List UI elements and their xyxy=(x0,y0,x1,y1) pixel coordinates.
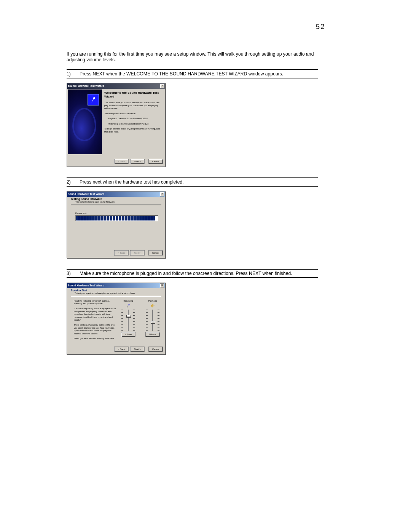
wizard-welcome-recording: Recording: Creative Sound Blaster PCI128 xyxy=(108,123,163,126)
wizard-welcome-titlebar: sound Hardware Test Wizard × xyxy=(67,83,165,89)
cancel-button[interactable]: Cancel xyxy=(148,347,163,352)
next-button[interactable]: Next > xyxy=(130,159,145,164)
progress-segment xyxy=(137,216,140,220)
wizard-welcome-p1: This wizard tests your sound hardware to… xyxy=(104,101,163,110)
close-button[interactable]: × xyxy=(160,283,164,288)
step-3-text: Make sure the microphone is plugged in a… xyxy=(80,271,318,276)
wizard-progress-titlebar: Sound Hardware Test Wizard × xyxy=(67,192,165,197)
play-ticks-left xyxy=(146,310,148,331)
page-number: 52 xyxy=(316,23,325,31)
back-button[interactable]: < Back xyxy=(114,159,129,164)
progress-segment xyxy=(88,216,91,220)
step-3-row: 3) Make sure the microphone is plugged i… xyxy=(67,269,318,278)
playback-volume-button[interactable]: Volume xyxy=(145,332,160,337)
close-button[interactable]: × xyxy=(160,192,164,197)
progress-segment xyxy=(113,216,115,220)
please-wait-label: Please wait... xyxy=(75,212,158,214)
progress-segment xyxy=(76,216,79,220)
progress-segment xyxy=(82,216,85,220)
speaker-icon xyxy=(150,303,155,308)
progress-segment xyxy=(149,216,152,220)
wizard-speaker-sub: To test your speakers or headphones, spe… xyxy=(75,292,161,294)
recording-label: Recording xyxy=(123,300,133,302)
rec-ticks-right xyxy=(133,310,135,331)
wizard-progress-sub: The wizard is testing your sound hardwar… xyxy=(75,201,161,203)
step-2-number: 2) xyxy=(67,179,80,185)
progress-segment xyxy=(152,216,155,220)
separator xyxy=(71,296,161,297)
intro-text: If you are running this for the first ti… xyxy=(67,51,318,63)
progress-segment xyxy=(119,216,121,220)
recording-meter: Recording xyxy=(120,300,136,343)
progress-segment xyxy=(97,216,100,220)
svg-rect-1 xyxy=(92,99,94,101)
speaker-p1: Read the following paragraph out loud, s… xyxy=(74,300,116,305)
wizard-speaker-dialog: Sound Hardware Test Wizard × Speaker Tes… xyxy=(67,283,166,355)
progress-segment xyxy=(110,216,112,220)
progress-segment xyxy=(79,216,82,220)
step-2-row: 2) Press next when the hardware test has… xyxy=(67,177,318,187)
progress-segment xyxy=(116,216,118,220)
wizard-speaker-title-text: Sound Hardware Test Wizard xyxy=(68,284,104,287)
rec-ticks-left xyxy=(121,310,123,331)
progress-segment xyxy=(146,216,149,220)
separator xyxy=(71,204,161,205)
playback-slider-thumb[interactable] xyxy=(151,321,155,324)
back-button[interactable]: < Back xyxy=(114,347,129,352)
step-3-number: 3) xyxy=(67,271,80,276)
progress-segment xyxy=(94,216,97,220)
recording-slider[interactable] xyxy=(128,310,129,331)
wizard-progress-heading: Testing Sound Hardware xyxy=(71,198,161,200)
recording-volume-button[interactable]: Volume xyxy=(121,332,135,337)
progress-segment xyxy=(134,216,137,220)
wizard-speaker-instructions: Read the following paragraph out loud, s… xyxy=(74,300,116,343)
progress-segment xyxy=(131,216,134,220)
progress-segment xyxy=(122,216,124,220)
playback-meter: Playback xyxy=(145,300,161,343)
top-rule xyxy=(46,33,325,33)
microphone-icon xyxy=(88,94,99,105)
next-button[interactable]: Next > xyxy=(130,347,145,352)
svg-rect-3 xyxy=(127,305,129,307)
play-ticks-right xyxy=(158,310,159,331)
playback-slider[interactable] xyxy=(152,310,153,331)
speaker-p2: There will be a short delay between the … xyxy=(74,324,116,335)
step-1-row: 1) Press NEXT when the WELCOME TO THE SO… xyxy=(67,69,318,78)
cancel-button[interactable]: Cancel xyxy=(148,250,163,256)
progress-segment xyxy=(104,216,106,220)
close-button[interactable]: × xyxy=(160,84,164,88)
wizard-speaker-heading: Speaker Test xyxy=(71,289,161,292)
step-1-number: 1) xyxy=(67,71,80,77)
playback-label: Playback xyxy=(148,300,157,302)
cancel-button[interactable]: Cancel xyxy=(148,159,163,164)
step-2: 2) Press next when the hardware test has… xyxy=(67,177,318,258)
speaker-p3: When you have finished reading, click Ne… xyxy=(74,337,116,340)
wizard-speaker-titlebar: Sound Hardware Test Wizard × xyxy=(67,283,165,288)
wizard-welcome-playback: Playback: Creative Sound Blaster PCI128 xyxy=(108,117,163,120)
wizard-progress-title-text: Sound Hardware Test Wizard xyxy=(68,193,104,195)
progress-segment xyxy=(100,216,103,220)
progress-segment xyxy=(91,216,94,220)
wizard-welcome-p3: To begin the test, close any programs th… xyxy=(104,128,163,133)
progress-segment xyxy=(107,216,109,220)
progress-segment xyxy=(143,216,146,220)
step-1-text: Press NEXT when the WELCOME TO THE SOUND… xyxy=(80,71,318,77)
wizard-welcome-title-text: sound Hardware Test Wizard xyxy=(68,85,104,87)
progress-segment xyxy=(125,216,127,220)
progress-segment xyxy=(128,216,131,220)
microphone-icon xyxy=(126,303,131,308)
progress-bar xyxy=(75,215,158,221)
wizard-progress-dialog: Sound Hardware Test Wizard × Testing Sou… xyxy=(67,191,166,258)
recording-slider-thumb[interactable] xyxy=(126,315,131,318)
progress-segment xyxy=(140,216,143,220)
back-button[interactable]: < Back xyxy=(114,250,129,256)
wizard-speaker-header: Speaker Test To test your speakers or he… xyxy=(67,288,165,297)
wizard-welcome-heading: Welcome to the Sound Hardware Test Wizar… xyxy=(104,91,163,99)
meters: Recording xyxy=(120,300,161,343)
next-button[interactable]: Next > xyxy=(130,250,145,256)
wizard-welcome-dialog: sound Hardware Test Wizard × xyxy=(67,83,166,167)
speaker-quote: "I am listening for my voice. If my spea… xyxy=(74,307,116,321)
wizard-side-graphic xyxy=(68,89,102,154)
step-3: 3) Make sure the microphone is plugged i… xyxy=(67,269,318,355)
step-2-text: Press next when the hardware test has co… xyxy=(80,179,318,185)
